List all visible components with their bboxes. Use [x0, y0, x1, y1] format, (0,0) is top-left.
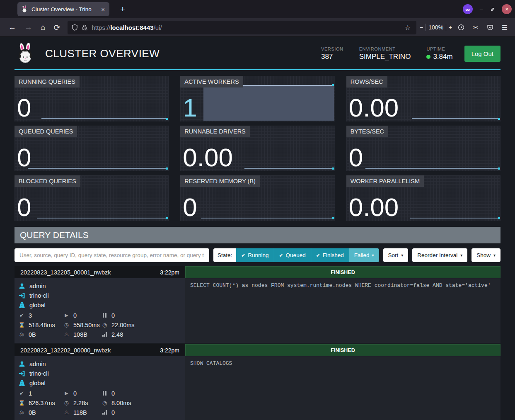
clock-icon: ◷: [63, 322, 70, 328]
query-time: 3:22pm: [160, 269, 179, 276]
page-title: CLUSTER OVERVIEW: [45, 47, 321, 60]
history-clock-icon[interactable]: [455, 22, 468, 32]
sparkline: [41, 118, 168, 119]
version-meta: VERSION 387: [321, 46, 343, 61]
stat-value: 0B: [29, 331, 36, 338]
tab-title: Cluster Overview - Trino: [31, 6, 100, 12]
stat-value: 1: [29, 390, 32, 397]
stat-card-worker-parallelism: WORKER PARALLELISM 0.00: [346, 175, 500, 221]
stat-value: 3: [29, 312, 32, 319]
state-filter-failed-dropdown[interactable]: Failed▾: [349, 248, 379, 262]
chevron-down-icon: ▾: [493, 253, 496, 257]
screenshot-scissors-icon[interactable]: ✂: [469, 22, 481, 33]
query-source: trino-cli: [29, 370, 49, 377]
new-tab-button[interactable]: +: [117, 3, 128, 15]
wall-time-stat: ⌛518.48ms: [19, 320, 63, 330]
sparkline: [37, 218, 168, 218]
app-header: CLUSTER OVERVIEW VERSION 387 ENVIRONMENT…: [15, 37, 500, 70]
stat-value: 0: [111, 312, 115, 319]
user-icon: [19, 283, 25, 289]
zoom-in-button[interactable]: +: [449, 24, 452, 31]
bookmark-star-icon[interactable]: ☆: [403, 24, 412, 32]
shield-icon[interactable]: [72, 24, 78, 31]
stat-card-runnable-drivers: RUNNABLE DRIVERS 0.00: [180, 126, 334, 171]
logout-button[interactable]: Log Out: [464, 46, 500, 62]
gauge-icon: ◔: [102, 400, 108, 406]
home-button[interactable]: ⌂: [36, 21, 49, 34]
pocket-icon[interactable]: [484, 22, 497, 32]
trino-bunny-logo-icon: [15, 43, 36, 64]
query-id-link[interactable]: 20220823_132205_00001_nwbzk: [20, 269, 111, 276]
tab-close-icon[interactable]: ×: [100, 6, 106, 13]
zoom-level[interactable]: 100%: [428, 24, 443, 31]
query-status-badge: FINISHED: [185, 266, 500, 278]
version-value: 387: [321, 53, 343, 61]
stat-value: 0: [111, 390, 115, 397]
zoom-out-button[interactable]: −: [420, 24, 423, 31]
fire-icon: ♨: [63, 409, 70, 415]
stat-card-rows-sec: ROWS/SEC 0.00: [346, 76, 500, 121]
browser-tab[interactable]: Cluster Overview - Trino ×: [17, 2, 109, 16]
state-filter-queued-button[interactable]: ✔Queued: [274, 248, 311, 262]
sparkline-dot-icon: [166, 168, 168, 170]
stat-card-label: RUNNING QUERIES: [15, 76, 80, 87]
window-restore-button[interactable]: [490, 7, 495, 12]
window-minimize-button[interactable]: −: [479, 5, 483, 13]
back-button[interactable]: ←: [4, 21, 20, 34]
trino-cluster-overview-page: CLUSTER OVERVIEW VERSION 387 ENVIRONMENT…: [0, 37, 515, 420]
sparkline: [244, 168, 334, 169]
state-filter-running-button[interactable]: ✔Running: [236, 248, 274, 262]
show-label: Show: [476, 252, 491, 258]
window-close-button[interactable]: ×: [502, 4, 512, 14]
wall-time-stat: ⌛626.37ms: [19, 398, 63, 408]
uptime-value: 3.84m: [433, 53, 452, 61]
stat-card-value: 0.00: [349, 194, 399, 220]
stat-card-running-queries: RUNNING QUERIES 0: [15, 76, 169, 121]
equalizer-icon: [102, 332, 108, 337]
query-row: 20220823_132202_00000_nwbzk 3:22pm FINIS…: [15, 344, 500, 420]
running-splits-stat: ▶0: [63, 311, 102, 320]
cumulative-memory-stat: ♨108B: [63, 330, 102, 339]
menu-hamburger-icon[interactable]: ☰: [498, 22, 511, 33]
uptime-meta: UPTIME 3.84m: [426, 46, 452, 61]
query-search-input[interactable]: [15, 248, 209, 262]
sparkline: [365, 168, 500, 169]
query-row: 20220823_132205_00001_nwbzk 3:22pm FINIS…: [15, 266, 500, 343]
query-user-line: admin: [19, 359, 181, 369]
cpu-time-stat: ◷2.28s: [63, 398, 102, 408]
chevron-down-icon: ▾: [460, 253, 462, 257]
road-icon: [19, 302, 25, 308]
stat-card-label: BLOCKED QUERIES: [15, 175, 80, 187]
query-summary-panel: admin trino-cli global ✔3 ▶0 0 ⌛518.48ms…: [15, 278, 185, 343]
query-id-link[interactable]: 20220823_132202_00000_nwbzk: [20, 347, 111, 354]
show-dropdown[interactable]: Show▾: [471, 248, 500, 262]
lock-warning-icon[interactable]: [82, 24, 88, 31]
reload-button[interactable]: ⟳: [49, 21, 64, 34]
sparkline-dot-icon: [332, 168, 334, 170]
stat-value: 518.48ms: [29, 322, 55, 328]
queued-splits-stat: 0: [102, 311, 181, 320]
url-text[interactable]: https://localhost:8443/ui/: [92, 24, 403, 31]
forward-button[interactable]: →: [20, 21, 36, 34]
browser-tab-bar: Cluster Overview - Trino × + ∞ − ×: [0, 0, 515, 18]
environment-meta: ENVIRONMENT SIMPLE_TRINO: [359, 46, 411, 61]
stat-card-label: ROWS/SEC: [346, 76, 387, 87]
sparkline: [410, 218, 500, 218]
reorder-interval-dropdown[interactable]: Reorder Interval▾: [412, 248, 467, 262]
query-resource-group: global: [29, 302, 46, 308]
state-filter-finished-button[interactable]: ✔Finished: [311, 248, 349, 262]
log-in-icon: [19, 370, 25, 377]
reorder-interval-label: Reorder Interval: [417, 252, 457, 258]
clock-icon: ◷: [63, 400, 70, 406]
sort-dropdown[interactable]: Sort▾: [383, 248, 409, 262]
sparkline-area: [203, 85, 334, 121]
stat-value: 0B: [29, 409, 36, 416]
hourglass-icon: ⌛: [19, 400, 25, 406]
url-bar[interactable]: https://localhost:8443/ui/ ☆: [68, 21, 416, 34]
stat-card-label: RESERVED MEMORY (B): [180, 175, 260, 187]
query-text: SELECT COUNT(*) as nodes FROM system.run…: [185, 278, 500, 343]
stat-card-queued-queries: QUEUED QUERIES 0: [15, 126, 169, 171]
query-status-badge: FINISHED: [185, 344, 500, 356]
stat-card-blocked-queries: BLOCKED QUERIES 0: [15, 175, 169, 221]
stat-value: 0: [111, 409, 115, 416]
